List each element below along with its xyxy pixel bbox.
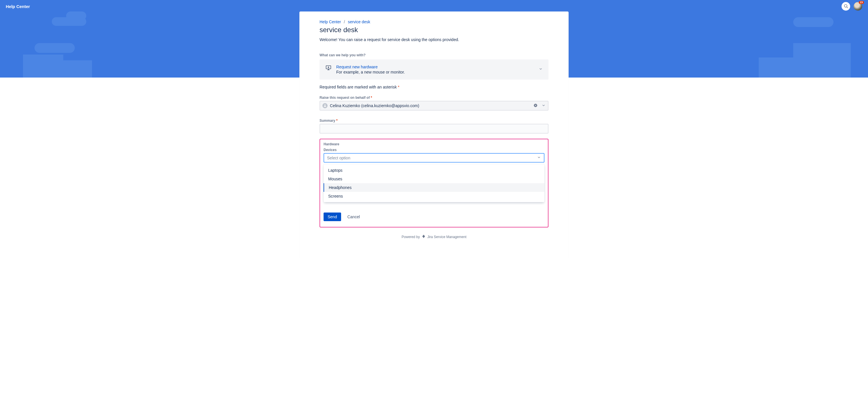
request-type-selector[interactable]: Request new hardware For example, a new … bbox=[319, 60, 549, 79]
asterisk: * bbox=[398, 85, 399, 89]
footer: Powered by Jira Service Management bbox=[319, 228, 549, 246]
required-note: Required fields are marked with an aster… bbox=[319, 85, 549, 89]
svg-line-1 bbox=[847, 7, 848, 8]
clear-user-icon[interactable] bbox=[533, 103, 537, 108]
hardware-highlight-box: Hardware Devices Select option LaptopsMo… bbox=[319, 139, 549, 228]
notification-badge: 23 bbox=[859, 1, 864, 4]
user-icon bbox=[322, 103, 328, 108]
breadcrumb-root[interactable]: Help Center bbox=[319, 20, 341, 24]
summary-input[interactable] bbox=[319, 124, 549, 134]
devices-placeholder: Select option bbox=[327, 155, 350, 160]
chevron-down-icon bbox=[539, 65, 543, 72]
devices-option[interactable]: Mouses bbox=[324, 175, 545, 183]
hardware-icon bbox=[325, 65, 332, 72]
svg-point-0 bbox=[844, 4, 847, 7]
devices-option[interactable]: Headphones bbox=[323, 183, 545, 192]
devices-select[interactable]: Select option bbox=[323, 153, 545, 163]
profile-avatar[interactable]: 23 bbox=[854, 2, 862, 11]
brand-title[interactable]: Help Center bbox=[6, 4, 30, 9]
devices-option[interactable]: Laptops bbox=[324, 166, 545, 175]
devices-option[interactable]: Screens bbox=[324, 192, 545, 201]
svg-point-7 bbox=[324, 105, 326, 106]
behalf-label: Raise this request on behalf of * bbox=[319, 96, 549, 100]
behalf-user-select[interactable]: Celina Kuziemko (celina.kuziemko@appsvio… bbox=[319, 101, 549, 111]
chevron-down-icon[interactable] bbox=[541, 103, 546, 108]
search-icon bbox=[843, 4, 848, 9]
breadcrumb: Help Center / service desk bbox=[319, 20, 549, 24]
request-type-description: For example, a new mouse or monitor. bbox=[336, 70, 534, 74]
footer-powered-by: Powered by bbox=[402, 235, 420, 239]
main-card: Help Center / service desk service desk … bbox=[300, 11, 568, 257]
chevron-down-icon bbox=[537, 155, 541, 160]
behalf-user-value: Celina Kuziemko (celina.kuziemko@appsvio… bbox=[330, 103, 531, 108]
devices-label: Devices bbox=[323, 148, 545, 152]
help-prompt-label: What can we help you with? bbox=[319, 53, 549, 57]
page-intro: Welcome! You can raise a request for ser… bbox=[319, 37, 549, 43]
hardware-section-label: Hardware bbox=[323, 142, 545, 146]
summary-label: Summary * bbox=[319, 118, 549, 123]
devices-dropdown: LaptopsMousesHeadphonesScreens bbox=[323, 164, 545, 202]
cancel-button[interactable]: Cancel bbox=[345, 212, 363, 221]
breadcrumb-current[interactable]: service desk bbox=[348, 20, 370, 24]
request-type-title: Request new hardware bbox=[336, 65, 534, 69]
breadcrumb-separator: / bbox=[342, 20, 347, 24]
jira-logo-icon bbox=[422, 234, 426, 239]
search-button[interactable] bbox=[841, 2, 850, 11]
footer-product[interactable]: Jira Service Management bbox=[427, 235, 466, 239]
page-title: service desk bbox=[319, 26, 549, 34]
send-button[interactable]: Send bbox=[323, 212, 341, 221]
